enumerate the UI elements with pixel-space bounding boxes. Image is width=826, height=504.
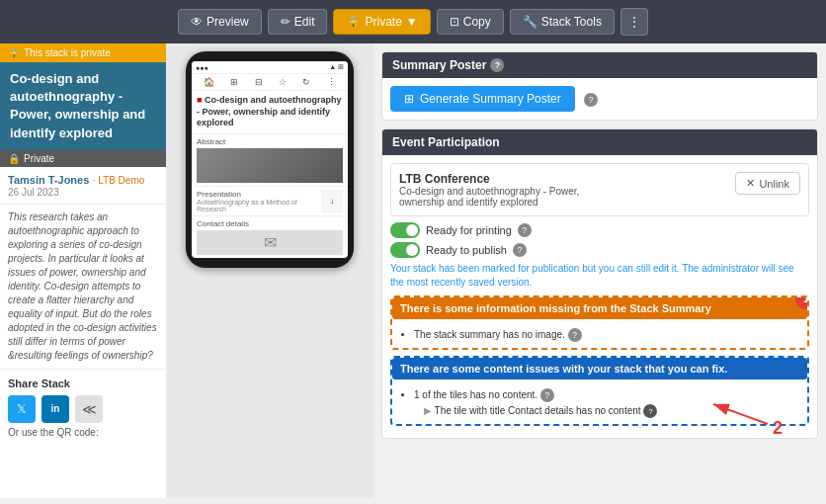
- more-options-button[interactable]: ⋮: [620, 8, 648, 36]
- description: This research takes an autoethnographic …: [0, 205, 166, 370]
- conference-item: LTB Conference Co-design and autoethnogr…: [390, 163, 809, 216]
- linkedin-share-button[interactable]: in: [41, 395, 69, 423]
- lock-small-icon: 🔒: [8, 47, 20, 58]
- phone-contact-tile: Contact details ✉: [192, 215, 348, 258]
- edit-button[interactable]: ✏ Edit: [268, 9, 328, 35]
- summary-help-icon[interactable]: ?: [490, 58, 504, 72]
- lock-private-icon: 🔒: [8, 153, 20, 164]
- phone-status-bar: ●●● ▲ ⊞: [192, 61, 348, 74]
- pres-icon: ↓: [321, 190, 343, 212]
- blue-alert-box: There are some content issues with your …: [390, 356, 809, 426]
- printing-help-icon[interactable]: ?: [518, 223, 532, 237]
- event-participation-header: Event Participation: [382, 129, 817, 155]
- phone-abstract-tile: Abstract ⊡: [192, 133, 348, 186]
- phone-preview: ●●● ▲ ⊞ 🏠 ⊞ ⊟ ☆ ↻ ⋮ ■ Co-design and auto…: [166, 43, 373, 498]
- ready-printing-row: Ready for printing ?: [390, 222, 809, 238]
- twitter-share-button[interactable]: 𝕏: [8, 395, 36, 423]
- lock-icon: 🔒: [346, 15, 361, 29]
- copy-button[interactable]: ⊡ Copy: [437, 9, 504, 35]
- generate-icon: ⊞: [404, 92, 414, 106]
- more-share-button[interactable]: ≪: [75, 395, 103, 423]
- unlink-button[interactable]: ✕ Unlink: [735, 172, 800, 195]
- private-label: 🔒 Private: [0, 150, 166, 167]
- summary-poster-header: Summary Poster ?: [382, 52, 817, 78]
- copy-icon: ⊡: [450, 15, 459, 29]
- date: 26 Jul 2023: [8, 187, 158, 198]
- chevron-down-icon: ▼: [406, 15, 418, 29]
- publication-note: Your stack has been marked for publicati…: [390, 262, 809, 290]
- contact-info-icon[interactable]: ?: [643, 404, 657, 418]
- stack-tools-button[interactable]: 🔧 Stack Tools: [510, 9, 615, 35]
- orange-help-icon[interactable]: ?: [568, 328, 582, 342]
- generate-help-icon[interactable]: ?: [584, 93, 598, 107]
- share-section: Share Stack 𝕏 in ≪ Or use the QR code:: [0, 370, 166, 446]
- stack-title: Co-design and autoethnography - Power, o…: [0, 62, 166, 150]
- preview-button[interactable]: 👁 Preview: [178, 9, 262, 35]
- pencil-icon: ✏: [281, 15, 290, 29]
- blue-alert-item1: 1 of the tiles has no content. ?: [414, 388, 799, 402]
- wrench-icon: 🔧: [523, 15, 537, 29]
- generate-summary-button[interactable]: ⊞ Generate Summary Poster: [390, 86, 575, 112]
- phone-device: ●●● ▲ ⊞ 🏠 ⊞ ⊟ ☆ ↻ ⋮ ■ Co-design and auto…: [186, 51, 354, 268]
- private-banner: 🔒 This stack is private: [0, 43, 166, 62]
- right-panel-wrapper: Summary Poster ? ⊞ Generate Summary Post…: [373, 43, 826, 498]
- author-section: Tamsin T-Jones · LTB Demo 26 Jul 2023: [0, 167, 166, 205]
- orange-alert-box: There is some information missing from t…: [390, 295, 809, 350]
- blue-alert-item2: ▶ The tile with title Contact details ha…: [414, 404, 799, 418]
- phone-stack-title: ■ Co-design and autoethnography - Power,…: [192, 91, 348, 133]
- blue-help-icon1[interactable]: ?: [540, 388, 554, 402]
- ready-printing-toggle[interactable]: [390, 222, 420, 238]
- blue-alert-header: There are some content issues with your …: [392, 358, 807, 379]
- event-participation-section: Event Participation LTB Conference Co-de…: [381, 128, 818, 439]
- ready-publish-toggle[interactable]: [390, 242, 420, 258]
- qr-label: Or use the QR code:: [8, 427, 158, 438]
- left-sidebar: 🔒 This stack is private Co-design and au…: [0, 43, 166, 498]
- phone-nav-bar: 🏠 ⊞ ⊟ ☆ ↻ ⋮: [192, 74, 348, 91]
- author-name: Tamsin T-Jones: [8, 174, 89, 186]
- share-title: Share Stack: [8, 378, 158, 389]
- private-button[interactable]: 🔒 Private ▼: [333, 9, 430, 35]
- toolbar: 👁 Preview ✏ Edit 🔒 Private ▼ ⊡ Copy 🔧 St…: [0, 0, 826, 43]
- orange-alert-item: The stack summary has no image. ?: [414, 328, 799, 342]
- summary-poster-section: Summary Poster ? ⊞ Generate Summary Post…: [381, 51, 818, 121]
- orange-alert-header: There is some information missing from t…: [392, 297, 807, 319]
- ready-publish-row: Ready to publish ?: [390, 242, 809, 258]
- author-org: LTB Demo: [98, 175, 144, 186]
- phone-presentation-tile: Presentation Autoethnography as a Method…: [192, 186, 348, 215]
- eye-icon: 👁: [191, 15, 203, 29]
- right-panel: Summary Poster ? ⊞ Generate Summary Post…: [373, 43, 826, 455]
- phone-screen: ●●● ▲ ⊞ 🏠 ⊞ ⊟ ☆ ↻ ⋮ ■ Co-design and auto…: [192, 61, 348, 258]
- publish-help-icon[interactable]: ?: [513, 243, 527, 257]
- unlink-icon: ✕: [746, 177, 755, 190]
